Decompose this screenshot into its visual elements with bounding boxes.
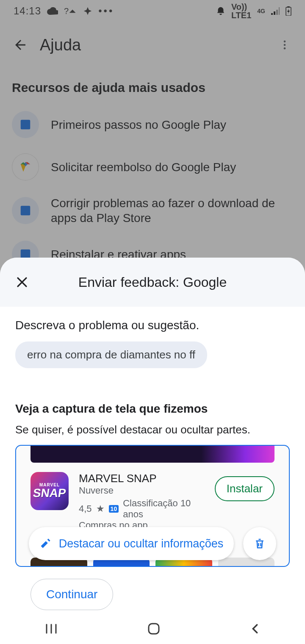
nav-recent-button[interactable] bbox=[44, 623, 58, 635]
feedback-suggestion-chip[interactable]: erro na compra de diamantes no ff bbox=[15, 341, 207, 368]
sheet-title: Enviar feedback: Google bbox=[34, 275, 295, 290]
trash-icon bbox=[253, 537, 266, 550]
highlighter-icon bbox=[39, 538, 51, 550]
app-publisher: Nuverse bbox=[79, 485, 205, 496]
delete-screenshot-button[interactable] bbox=[243, 527, 276, 560]
screenshot-subtext: Se quiser, é possível destacar ou oculta… bbox=[15, 423, 290, 436]
sheet-header: Enviar feedback: Google bbox=[0, 258, 305, 307]
star-icon: ★ bbox=[96, 503, 105, 514]
close-button[interactable] bbox=[10, 270, 34, 294]
svg-rect-5 bbox=[149, 624, 159, 634]
app-icon: MARVELSNAP bbox=[30, 472, 69, 510]
install-button[interactable]: Instalar bbox=[215, 476, 274, 501]
nav-home-button[interactable] bbox=[147, 622, 161, 636]
screenshot-heading: Veja a captura de tela que fizemos bbox=[15, 402, 290, 416]
highlight-hide-button[interactable]: Destacar ou ocultar informações bbox=[29, 527, 234, 560]
feedback-sheet: Enviar feedback: Google Descreva o probl… bbox=[0, 258, 305, 644]
screenshot-banner bbox=[30, 446, 274, 463]
screenshot-preview[interactable]: MARVELSNAP MARVEL SNAP Nuverse 4,5 ★ 10 … bbox=[15, 445, 290, 567]
system-nav-bar bbox=[0, 613, 305, 644]
feedback-prompt-label: Descreva o problema ou sugestão. bbox=[15, 319, 290, 332]
app-rating: 4,5 bbox=[79, 503, 92, 514]
age-badge: 10 bbox=[109, 505, 119, 513]
continue-button[interactable]: Continuar bbox=[30, 579, 113, 610]
app-name: MARVEL SNAP bbox=[79, 472, 205, 485]
nav-back-button[interactable] bbox=[249, 623, 261, 635]
highlight-hide-label: Destacar ou ocultar informações bbox=[59, 537, 224, 550]
app-meta: MARVEL SNAP Nuverse 4,5 ★ 10 Classificaç… bbox=[79, 472, 205, 531]
age-text: Classificação 10 anos bbox=[123, 498, 205, 520]
